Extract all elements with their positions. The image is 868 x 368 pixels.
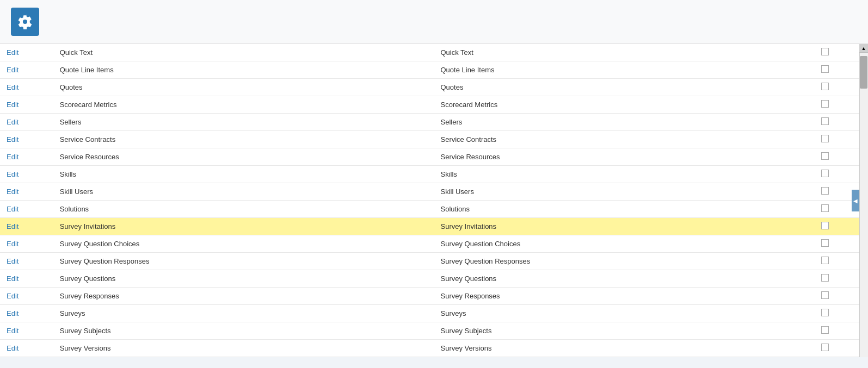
rename-table: Edit Quick Text Quick Text Edit Quote Li… — [0, 44, 868, 357]
value-cell: Quote Line Items — [434, 61, 815, 79]
table-outer-wrapper: Edit Quick Text Quick Text Edit Quote Li… — [0, 44, 868, 357]
label-cell: Solutions — [53, 201, 434, 218]
side-collapse-button[interactable]: ◀ — [852, 190, 859, 211]
value-cell: Scorecard Metrics — [434, 96, 815, 114]
label-cell: Service Contracts — [53, 131, 434, 148]
edit-cell: Edit — [0, 288, 53, 305]
value-cell: Survey Versions — [434, 340, 815, 357]
value-cell: Survey Questions — [434, 270, 815, 288]
table-row: Edit Survey Question Choices Survey Ques… — [0, 235, 868, 253]
edit-cell: Edit — [0, 322, 53, 340]
row-checkbox[interactable] — [821, 326, 829, 334]
row-checkbox[interactable] — [821, 65, 829, 73]
value-cell: Survey Question Responses — [434, 253, 815, 270]
label-cell: Skill Users — [53, 183, 434, 201]
scrollbar-thumb[interactable] — [860, 56, 867, 89]
row-checkbox[interactable] — [821, 309, 829, 316]
label-cell: Survey Responses — [53, 288, 434, 305]
edit-link[interactable]: Edit — [7, 83, 19, 91]
edit-cell: Edit — [0, 218, 53, 235]
table-row: Edit Service Contracts Service Contracts — [0, 131, 868, 148]
edit-link[interactable]: Edit — [7, 257, 19, 265]
edit-link[interactable]: Edit — [7, 222, 19, 230]
edit-link[interactable]: Edit — [7, 48, 19, 57]
edit-link[interactable]: Edit — [7, 118, 19, 126]
content-wrapper: Edit Quick Text Quick Text Edit Quote Li… — [0, 44, 868, 357]
table-row: Edit Survey Question Responses Survey Qu… — [0, 253, 868, 270]
label-cell: Surveys — [53, 305, 434, 322]
row-checkbox[interactable] — [821, 83, 829, 90]
edit-cell: Edit — [0, 183, 53, 201]
edit-cell: Edit — [0, 340, 53, 357]
table-row: Edit Survey Invitations Survey Invitatio… — [0, 218, 868, 235]
table-row: Edit Surveys Surveys — [0, 305, 868, 322]
edit-link[interactable]: Edit — [7, 344, 19, 352]
table-row: Edit Sellers Sellers — [0, 114, 868, 131]
edit-link[interactable]: Edit — [7, 170, 19, 178]
table-row: Edit Survey Versions Survey Versions — [0, 340, 868, 357]
row-checkbox[interactable] — [821, 170, 829, 177]
edit-cell: Edit — [0, 131, 53, 148]
row-checkbox[interactable] — [821, 274, 829, 282]
value-cell: Solutions — [434, 201, 815, 218]
edit-cell: Edit — [0, 44, 53, 61]
row-checkbox[interactable] — [821, 222, 829, 229]
row-checkbox[interactable] — [821, 117, 829, 125]
value-cell: Survey Subjects — [434, 322, 815, 340]
edit-cell: Edit — [0, 96, 53, 114]
label-cell: Scorecard Metrics — [53, 96, 434, 114]
label-cell: Sellers — [53, 114, 434, 131]
edit-link[interactable]: Edit — [7, 205, 19, 213]
edit-link[interactable]: Edit — [7, 240, 19, 248]
table-row: Edit Skill Users Skill Users — [0, 183, 868, 201]
row-checkbox[interactable] — [821, 48, 829, 55]
edit-link[interactable]: Edit — [7, 275, 19, 283]
value-cell: Surveys — [434, 305, 815, 322]
row-checkbox[interactable] — [821, 204, 829, 212]
scrollbar[interactable]: ▲ — [859, 44, 868, 357]
edit-link[interactable]: Edit — [7, 153, 19, 161]
row-checkbox[interactable] — [821, 100, 829, 108]
label-cell: Survey Invitations — [53, 218, 434, 235]
table-container: Edit Quick Text Quick Text Edit Quote Li… — [0, 44, 868, 357]
value-cell: Skill Users — [434, 183, 815, 201]
value-cell: Service Contracts — [434, 131, 815, 148]
value-cell: Survey Question Choices — [434, 235, 815, 253]
edit-cell: Edit — [0, 270, 53, 288]
label-cell: Skills — [53, 166, 434, 183]
label-cell: Quote Line Items — [53, 61, 434, 79]
scroll-up-button[interactable]: ▲ — [859, 44, 868, 53]
label-cell: Quotes — [53, 79, 434, 96]
edit-cell: Edit — [0, 61, 53, 79]
edit-link[interactable]: Edit — [7, 327, 19, 335]
edit-link[interactable]: Edit — [7, 309, 19, 317]
label-cell: Survey Subjects — [53, 322, 434, 340]
edit-link[interactable]: Edit — [7, 135, 19, 144]
edit-cell: Edit — [0, 79, 53, 96]
row-checkbox[interactable] — [821, 239, 829, 247]
label-cell: Survey Question Choices — [53, 235, 434, 253]
edit-cell: Edit — [0, 235, 53, 253]
row-checkbox[interactable] — [821, 257, 829, 264]
row-checkbox[interactable] — [821, 152, 829, 160]
label-cell: Survey Versions — [53, 340, 434, 357]
row-checkbox[interactable] — [821, 344, 829, 351]
edit-link[interactable]: Edit — [7, 101, 19, 109]
row-checkbox[interactable] — [821, 291, 829, 299]
edit-link[interactable]: Edit — [7, 66, 19, 74]
row-checkbox[interactable] — [821, 187, 829, 195]
row-checkbox[interactable] — [821, 135, 829, 142]
value-cell: Survey Responses — [434, 288, 815, 305]
value-cell: Quick Text — [434, 44, 815, 61]
value-cell: Quotes — [434, 79, 815, 96]
table-row: Edit Quick Text Quick Text — [0, 44, 868, 61]
table-row: Edit Survey Questions Survey Questions — [0, 270, 868, 288]
edit-cell: Edit — [0, 253, 53, 270]
setup-icon — [11, 8, 39, 36]
table-row: Edit Quote Line Items Quote Line Items — [0, 61, 868, 79]
label-cell: Survey Questions — [53, 270, 434, 288]
gear-icon — [17, 14, 33, 29]
edit-link[interactable]: Edit — [7, 292, 19, 300]
label-cell: Survey Question Responses — [53, 253, 434, 270]
edit-link[interactable]: Edit — [7, 188, 19, 196]
